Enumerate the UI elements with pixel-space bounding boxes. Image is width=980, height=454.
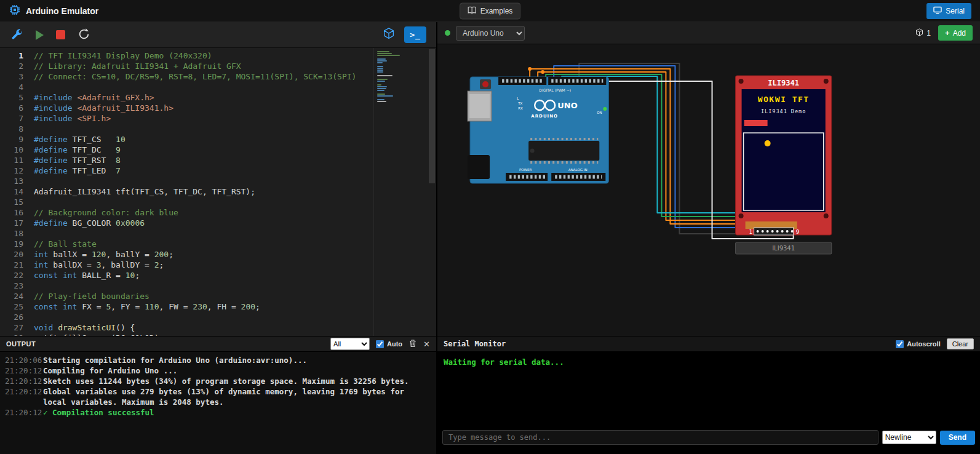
code-line[interactable]: 12#define TFT_LED 7 bbox=[0, 165, 436, 176]
code-line[interactable]: 16// Background color: dark blue bbox=[0, 207, 436, 218]
close-output-button[interactable]: ✕ bbox=[423, 340, 430, 349]
line-number: 23 bbox=[0, 281, 23, 291]
line-number: 8 bbox=[0, 124, 23, 134]
line-content: #define TFT_RST 8 bbox=[34, 155, 121, 165]
code-line[interactable]: 5#include <Adafruit_GFX.h> bbox=[0, 92, 436, 103]
board-select[interactable]: Arduino Uno bbox=[456, 26, 525, 41]
serial-output: Waiting for serial data... bbox=[437, 352, 980, 430]
code-line[interactable]: 15 bbox=[0, 197, 436, 207]
line-number: 17 bbox=[0, 218, 23, 228]
minimap-line bbox=[377, 79, 388, 80]
restart-button[interactable] bbox=[78, 28, 90, 42]
cube-icon bbox=[382, 27, 396, 42]
auto-checkbox[interactable] bbox=[376, 340, 384, 348]
code-line[interactable]: 13 bbox=[0, 176, 436, 186]
line-content: #define TFT_DC 9 bbox=[34, 145, 121, 155]
code-line[interactable]: 7#include <SPI.h> bbox=[0, 113, 436, 124]
line-number: 16 bbox=[0, 207, 23, 218]
add-part-button[interactable]: + Add bbox=[938, 25, 973, 41]
code-line[interactable]: 3// Connect: CS=10, DC/RS=9, RST=8, LED=… bbox=[0, 71, 436, 82]
tools-button[interactable] bbox=[10, 27, 23, 42]
line-number: 20 bbox=[0, 249, 23, 260]
editor-scrollbar-thumb[interactable] bbox=[429, 49, 435, 183]
code-line[interactable]: 22const int BALL_R = 10; bbox=[0, 270, 436, 281]
auto-checkbox-label[interactable]: Auto bbox=[376, 340, 402, 348]
minimap-line bbox=[377, 70, 383, 71]
code-line[interactable]: 26 bbox=[0, 312, 436, 322]
output-filter-select[interactable]: All bbox=[330, 338, 370, 350]
screen-red-bar bbox=[744, 120, 768, 126]
code-line[interactable]: 19// Ball state bbox=[0, 239, 436, 249]
wrench-icon bbox=[10, 27, 23, 42]
line-number: 6 bbox=[0, 103, 23, 113]
terminal-toggle-button[interactable]: >_ bbox=[404, 26, 426, 43]
code-editor[interactable]: 1// TFT ILI9341 Display Demo (240x320)2/… bbox=[0, 48, 436, 336]
play-icon bbox=[36, 30, 44, 40]
run-button[interactable] bbox=[36, 30, 44, 40]
line-content: const int BALL_R = 10; bbox=[34, 270, 140, 281]
code-line[interactable]: 10#define TFT_DC 9 bbox=[0, 145, 436, 155]
line-content: // Play-field boundaries bbox=[34, 291, 149, 301]
minimap-line bbox=[377, 99, 384, 100]
autoscroll-checkbox-label[interactable]: Autoscroll bbox=[896, 340, 940, 348]
minimap-line bbox=[377, 51, 389, 52]
code-line[interactable]: 23 bbox=[0, 281, 436, 291]
code-line[interactable]: 24// Play-field boundaries bbox=[0, 291, 436, 301]
log-timestamp: 21:20:12 bbox=[5, 365, 43, 376]
code-line[interactable]: 21int ballDX = 3, ballDY = 2; bbox=[0, 260, 436, 270]
sim-canvas[interactable]: DIGITAL (PWM ~) L TX RX bbox=[437, 44, 980, 336]
log-entry: 21:20:12Compiling for Arduino Uno ... bbox=[5, 365, 431, 376]
serial-button[interactable]: Serial bbox=[926, 3, 971, 19]
code-line[interactable]: 17#define BG_COLOR 0x0006 bbox=[0, 218, 436, 228]
minimap-line bbox=[377, 53, 392, 54]
code-line[interactable]: 25const int FX = 5, FY = 110, FW = 230, … bbox=[0, 301, 436, 312]
log-message: Global variables use 279 bytes (13%) of … bbox=[43, 386, 431, 407]
line-content: #include <SPI.h> bbox=[34, 113, 111, 124]
line-number: 2 bbox=[0, 61, 23, 71]
arduino-label: ARDUINO bbox=[531, 114, 558, 119]
code-line[interactable]: 2// Library: Adafruit ILI9341 + Adafruit… bbox=[0, 61, 436, 71]
code-line[interactable]: 9#define TFT_CS 10 bbox=[0, 134, 436, 145]
minimap-line bbox=[377, 88, 386, 89]
clear-serial-button[interactable]: Clear bbox=[947, 338, 974, 349]
digital-pins-label: DIGITAL (PWM ~) bbox=[539, 88, 571, 92]
send-button[interactable]: Send bbox=[940, 431, 975, 445]
minimap-line bbox=[377, 66, 383, 67]
line-number: 28 bbox=[0, 333, 23, 336]
examples-label: Examples bbox=[480, 7, 513, 15]
code-line[interactable]: 28 tft.fillScreen(BG_COLOR); bbox=[0, 333, 436, 336]
code-line[interactable]: 8 bbox=[0, 124, 436, 134]
code-line[interactable]: 14Adafruit_ILI9341 tft(TFT_CS, TFT_DC, T… bbox=[0, 186, 436, 197]
code-line[interactable]: 4 bbox=[0, 82, 436, 92]
power-pins-label: POWER bbox=[519, 168, 532, 172]
code-line[interactable]: 11#define TFT_RST 8 bbox=[0, 155, 436, 165]
line-ending-select[interactable]: Newline bbox=[882, 431, 936, 444]
ili9341-display[interactable]: ILI9341 WOKWI TFT ILI9341 Demo bbox=[736, 76, 832, 235]
code-line[interactable]: 27void drawStaticUI() { bbox=[0, 322, 436, 333]
log-entry: 21:20:12Sketch uses 11244 bytes (34%) of… bbox=[5, 376, 431, 386]
autoscroll-checkbox[interactable] bbox=[896, 340, 904, 348]
parts-count: 1 bbox=[915, 28, 931, 39]
code-line[interactable]: 20int ballX = 120, ballY = 200; bbox=[0, 249, 436, 260]
clear-output-button[interactable] bbox=[408, 339, 417, 349]
serial-message-input[interactable] bbox=[442, 430, 878, 445]
log-timestamp: 21:20:12 bbox=[5, 376, 43, 386]
minimap[interactable] bbox=[373, 48, 428, 336]
line-content: #define TFT_LED 7 bbox=[34, 165, 121, 176]
code-line[interactable]: 6#include <Adafruit_ILI9341.h> bbox=[0, 103, 436, 113]
editor-scrollbar[interactable] bbox=[428, 48, 436, 336]
line-content: // Connect: CS=10, DC/RS=9, RST=8, LED=7… bbox=[34, 71, 356, 82]
view-3d-button[interactable] bbox=[382, 27, 396, 42]
minimap-line bbox=[377, 75, 392, 76]
line-number: 5 bbox=[0, 92, 23, 103]
code-line[interactable]: 18 bbox=[0, 228, 436, 239]
atmega-chip bbox=[528, 141, 599, 161]
screen-title: WOKWI TFT bbox=[758, 95, 810, 104]
wire-junction bbox=[528, 67, 532, 71]
arduino-uno-board[interactable]: DIGITAL (PWM ~) L TX RX bbox=[468, 77, 608, 183]
trash-icon bbox=[408, 339, 417, 349]
display-title: ILI9341 bbox=[768, 79, 799, 87]
code-line[interactable]: 1// TFT ILI9341 Display Demo (240x320) bbox=[0, 50, 436, 61]
examples-button[interactable]: Examples bbox=[460, 2, 521, 19]
stop-button[interactable] bbox=[56, 30, 65, 39]
